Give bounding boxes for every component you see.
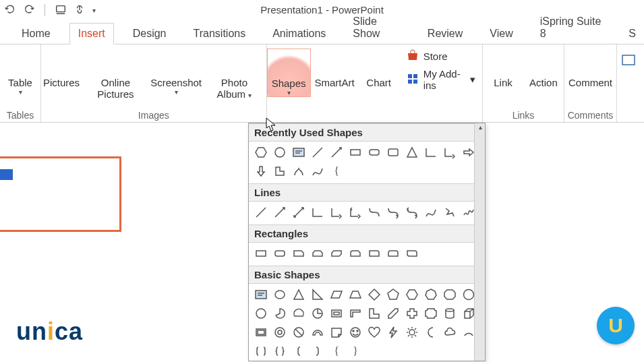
photo-album-button[interactable]: Photo Album ▾ — [202, 49, 266, 100]
pictures-button[interactable]: Pictures — [41, 49, 82, 88]
basic-cross[interactable] — [404, 305, 420, 322]
basic-right-triangle[interactable] — [310, 286, 326, 303]
shapes-button[interactable]: Shapes ▾ — [267, 49, 311, 97]
tab-view[interactable]: View — [481, 24, 521, 44]
basic-chord[interactable] — [291, 305, 307, 322]
basic-octagon[interactable] — [442, 286, 458, 303]
basic-heptagon[interactable] — [423, 286, 439, 303]
basic-left-brace[interactable]: { — [328, 343, 345, 359]
line-double-arrow[interactable] — [291, 204, 307, 220]
shape-down-arrow[interactable] — [253, 163, 269, 179]
rect-snip2same[interactable] — [310, 245, 326, 262]
basic-pie[interactable] — [272, 305, 288, 322]
line-curve-tool[interactable] — [423, 204, 439, 220]
shape-elbow[interactable] — [423, 144, 439, 160]
redo-icon[interactable] — [23, 3, 35, 18]
basic-right-bracket[interactable] — [310, 343, 326, 359]
basic-triangle[interactable] — [291, 286, 307, 303]
basic-smiley[interactable] — [347, 324, 363, 340]
tab-insert[interactable]: Insert — [69, 23, 114, 44]
shape-line[interactable] — [310, 144, 326, 160]
basic-oval[interactable] — [272, 286, 288, 303]
tab-review[interactable]: Review — [419, 24, 471, 44]
tab-design[interactable]: Design — [125, 24, 175, 44]
customize-qat-caret-icon[interactable]: ▾ — [92, 7, 96, 14]
rect-rounded[interactable] — [272, 245, 288, 262]
shape-hexagon[interactable] — [253, 144, 269, 160]
shape-textbox[interactable] — [291, 144, 307, 160]
basic-plaque[interactable] — [423, 305, 439, 322]
basic-l-shape[interactable] — [366, 305, 382, 322]
shape-left-brace[interactable]: { — [328, 163, 345, 179]
basic-trapezoid[interactable] — [347, 286, 363, 303]
basic-right-brace[interactable]: } — [347, 343, 363, 359]
comment-button[interactable]: Comment — [564, 49, 616, 88]
table-button[interactable]: Table ▾ — [0, 49, 40, 96]
basic-donut[interactable] — [272, 324, 288, 340]
store-button[interactable]: Store — [406, 49, 475, 64]
basic-block-arc[interactable] — [310, 324, 326, 340]
rect-snip1[interactable] — [291, 245, 307, 262]
smartart-button[interactable]: SmartArt — [311, 49, 359, 88]
rect-round1[interactable] — [366, 245, 382, 262]
basic-pentagon[interactable] — [385, 286, 401, 303]
basic-folded-corner[interactable] — [328, 324, 345, 340]
rect-plain[interactable] — [253, 245, 269, 262]
rect-snip2diag[interactable] — [328, 245, 345, 262]
line-elbow[interactable] — [310, 204, 326, 220]
gallery-scrollbar[interactable] — [474, 123, 485, 361]
basic-diag-stripe[interactable] — [385, 305, 401, 322]
slide-thumbnail[interactable] — [0, 156, 121, 232]
basic-no-symbol[interactable] — [291, 324, 307, 340]
basic-heart[interactable] — [366, 324, 382, 340]
basic-double-bracket[interactable] — [253, 343, 269, 359]
basic-cloud[interactable] — [442, 324, 458, 340]
line-curved[interactable] — [366, 204, 382, 220]
basic-can[interactable] — [442, 305, 458, 322]
screenshot-button[interactable]: + Screenshot ▾ — [150, 49, 202, 96]
shape-rectangle[interactable] — [347, 144, 363, 160]
line-arrow[interactable] — [272, 204, 288, 220]
link-button[interactable]: Link — [483, 49, 523, 88]
shape-freeform[interactable] — [291, 163, 307, 179]
rect-round2diag[interactable] — [404, 245, 420, 262]
line-freeform[interactable] — [442, 204, 458, 220]
undo-icon[interactable] — [4, 3, 16, 18]
basic-textbox[interactable] — [253, 286, 269, 303]
basic-diamond[interactable] — [366, 286, 382, 303]
basic-frame[interactable] — [328, 305, 345, 322]
rect-round2same[interactable] — [385, 245, 401, 262]
tab-ispring[interactable]: iSpring Suite 8 — [532, 11, 610, 44]
basic-lightning[interactable] — [385, 324, 401, 340]
line-curved-arrow[interactable] — [385, 204, 401, 220]
chart-button[interactable]: Chart — [359, 49, 399, 88]
my-addins-button[interactable]: My Add-ins ▾ — [406, 68, 475, 91]
shape-rounded-rect[interactable] — [366, 144, 382, 160]
rect-sniproundsame[interactable] — [347, 245, 363, 262]
basic-half-frame[interactable] — [347, 305, 363, 322]
basic-teardrop[interactable] — [310, 305, 326, 322]
shape-oval[interactable] — [272, 144, 288, 160]
touch-mode-icon[interactable] — [74, 3, 86, 18]
basic-double-brace[interactable] — [272, 343, 288, 359]
basic-sun[interactable] — [404, 324, 420, 340]
line-straight[interactable] — [253, 204, 269, 220]
basic-bevel[interactable] — [253, 324, 269, 340]
basic-hexagon[interactable] — [404, 286, 420, 303]
line-elbow-arrow[interactable] — [328, 204, 345, 220]
tab-slide-show[interactable]: Slide Show — [345, 11, 409, 44]
shape-rect-alt[interactable] — [385, 144, 401, 160]
basic-moon[interactable] — [423, 324, 439, 340]
tab-cutoff[interactable]: S — [620, 24, 644, 44]
basic-dodecagon[interactable] — [253, 305, 269, 322]
line-curved-double[interactable] — [404, 204, 420, 220]
shape-curve[interactable] — [310, 163, 326, 179]
tab-transitions[interactable]: Transitions — [185, 24, 254, 44]
action-button[interactable]: Action — [523, 49, 564, 88]
start-from-beginning-icon[interactable] — [55, 3, 67, 18]
basic-left-bracket[interactable] — [291, 343, 307, 359]
shape-triangle[interactable] — [404, 144, 420, 160]
tab-animations[interactable]: Animations — [264, 24, 334, 44]
shape-elbow-arrow[interactable] — [442, 144, 458, 160]
shape-l-shape[interactable] — [272, 163, 288, 179]
